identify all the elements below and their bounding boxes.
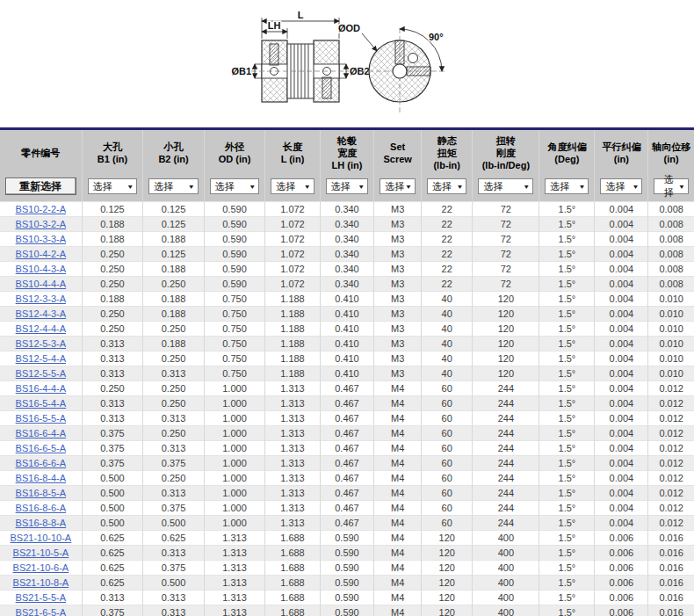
value-cell: 60: [422, 516, 473, 531]
value-cell: 72: [473, 262, 539, 277]
filter-select-length[interactable]: 选择▼: [271, 178, 314, 194]
value-cell: 1.313: [265, 486, 320, 501]
filter-select-torsional-stiffness[interactable]: 选择▼: [478, 178, 533, 194]
chevron-down-icon: ▼: [632, 183, 639, 190]
part-number-link[interactable]: BS10-3-3-A: [16, 234, 66, 244]
value-cell: 22: [422, 277, 473, 292]
value-cell: 0.313: [82, 351, 143, 366]
column-header-angular-misalignment: 角度纠偏 (Deg): [539, 129, 595, 177]
column-header-bore-b1: 大孔 B1 (in): [82, 129, 143, 177]
value-cell: 0.250: [82, 322, 143, 337]
value-cell: 0.340: [320, 232, 374, 247]
part-number-link[interactable]: BS12-4-4-A: [16, 323, 66, 334]
part-number-link[interactable]: BS10-4-2-A: [16, 249, 66, 259]
filter-select-set-screw[interactable]: 选择▼: [380, 178, 416, 194]
part-number-link[interactable]: BS10-4-4-A: [16, 279, 66, 289]
value-cell: 0.500: [82, 471, 143, 486]
filter-select-static-torque[interactable]: 选择▼: [427, 178, 466, 194]
value-cell: M4: [374, 576, 422, 591]
value-cell: 0.006: [595, 605, 648, 616]
value-cell: 22: [422, 217, 473, 232]
value-cell: 1.188: [265, 366, 320, 381]
part-number-link[interactable]: BS16-6-4-A: [16, 428, 66, 438]
value-cell: 0.410: [320, 292, 374, 307]
table-row: BS12-3-3-A0.1880.1880.7501.1880.410M3401…: [0, 292, 694, 307]
part-number-link[interactable]: BS21-5-5-A: [16, 592, 66, 603]
dim-label-LH: LH: [268, 20, 281, 31]
filter-select-label: 选择: [93, 180, 112, 193]
value-cell: 0.250: [143, 396, 205, 411]
dim-label-OD: ØOD: [338, 23, 360, 33]
value-cell: 1.072: [265, 217, 320, 232]
part-number-link[interactable]: BS21-10-8-A: [13, 577, 69, 588]
filter-select-bore-b2[interactable]: 选择▼: [148, 178, 199, 194]
filter-select-axial-motion[interactable]: 选择▼: [654, 178, 689, 194]
value-cell: 0.375: [82, 426, 143, 441]
part-number-cell: BS16-6-4-A: [0, 426, 82, 441]
part-number-link[interactable]: BS16-8-8-A: [16, 518, 66, 528]
filter-select-parallel-misalignment[interactable]: 选择▼: [600, 178, 642, 194]
part-number-link[interactable]: BS16-5-5-A: [16, 413, 66, 424]
chevron-down-icon: ▼: [523, 183, 530, 190]
value-cell: 1.5°: [539, 456, 595, 471]
filter-select-label: 选择: [432, 180, 452, 193]
part-number-link[interactable]: BS12-4-3-A: [16, 308, 66, 319]
value-cell: 0.750: [204, 322, 265, 337]
value-cell: 0.410: [320, 322, 374, 337]
part-number-link[interactable]: BS16-4-4-A: [16, 383, 66, 394]
part-number-link[interactable]: BS12-5-4-A: [16, 353, 66, 364]
value-cell: 0.500: [143, 576, 205, 591]
value-cell: 1.5°: [539, 307, 595, 322]
value-cell: 40: [422, 366, 473, 381]
value-cell: 1.5°: [539, 217, 595, 232]
value-cell: 0.250: [143, 351, 205, 366]
reset-selection-button[interactable]: 重新选择: [5, 178, 76, 195]
filter-select-label: 选择: [385, 180, 404, 193]
value-cell: 0.375: [82, 605, 143, 616]
value-cell: 1.688: [265, 546, 320, 561]
part-number-link[interactable]: BS21-10-10-A: [11, 533, 72, 543]
filter-select-bore-b1[interactable]: 选择▼: [88, 178, 138, 194]
part-number-link[interactable]: BS21-10-5-A: [13, 547, 69, 558]
value-cell: 60: [422, 426, 473, 441]
part-number-link[interactable]: BS12-5-3-A: [16, 338, 66, 349]
part-number-link[interactable]: BS10-3-2-A: [16, 219, 66, 229]
part-number-link[interactable]: BS16-5-4-A: [16, 398, 66, 409]
part-number-link[interactable]: BS10-4-3-A: [16, 264, 66, 274]
part-number-link[interactable]: BS16-6-6-A: [16, 458, 66, 468]
part-number-link[interactable]: BS16-8-4-A: [16, 473, 66, 483]
filter-select-angular-misalignment[interactable]: 选择▼: [545, 178, 589, 194]
value-cell: 0.313: [82, 337, 143, 351]
part-number-link[interactable]: BS16-8-6-A: [16, 503, 66, 513]
value-cell: 0.188: [143, 307, 205, 322]
part-number-link[interactable]: BS21-6-5-A: [16, 607, 66, 616]
value-cell: 0.004: [595, 426, 648, 441]
value-cell: 0.467: [320, 456, 374, 471]
part-number-cell: BS16-8-5-A: [0, 486, 82, 501]
value-cell: 0.004: [595, 411, 648, 426]
filter-select-hub-width[interactable]: 选择▼: [326, 178, 369, 194]
value-cell: 0.188: [82, 217, 143, 232]
value-cell: 1.688: [265, 561, 320, 576]
value-cell: 0.313: [143, 366, 205, 381]
dim-label-B1: ØB1: [231, 66, 251, 76]
part-number-link[interactable]: BS12-5-5-A: [16, 368, 66, 379]
part-number-link[interactable]: BS21-10-6-A: [13, 562, 69, 573]
value-cell: 0.340: [320, 217, 374, 232]
table-row: BS10-3-2-A0.1880.1250.5901.0720.340M3227…: [0, 217, 694, 232]
value-cell: 120: [473, 351, 539, 366]
filter-select-outer-diameter[interactable]: 选择▼: [210, 178, 260, 194]
filter-select-label: 选择: [215, 180, 235, 193]
value-cell: 40: [422, 307, 473, 322]
value-cell: 0.250: [143, 426, 205, 441]
value-cell: 1.072: [265, 202, 320, 217]
value-cell: 1.000: [204, 456, 265, 471]
part-number-link[interactable]: BS16-6-5-A: [16, 443, 66, 453]
part-number-link[interactable]: BS10-2-2-A: [16, 204, 66, 214]
part-number-link[interactable]: BS16-8-5-A: [16, 488, 66, 498]
value-cell: 0.313: [82, 411, 143, 426]
part-number-link[interactable]: BS12-3-3-A: [16, 294, 66, 304]
value-cell: 0.625: [82, 546, 143, 561]
value-cell: 244: [473, 381, 539, 396]
value-cell: 0.250: [82, 277, 143, 292]
